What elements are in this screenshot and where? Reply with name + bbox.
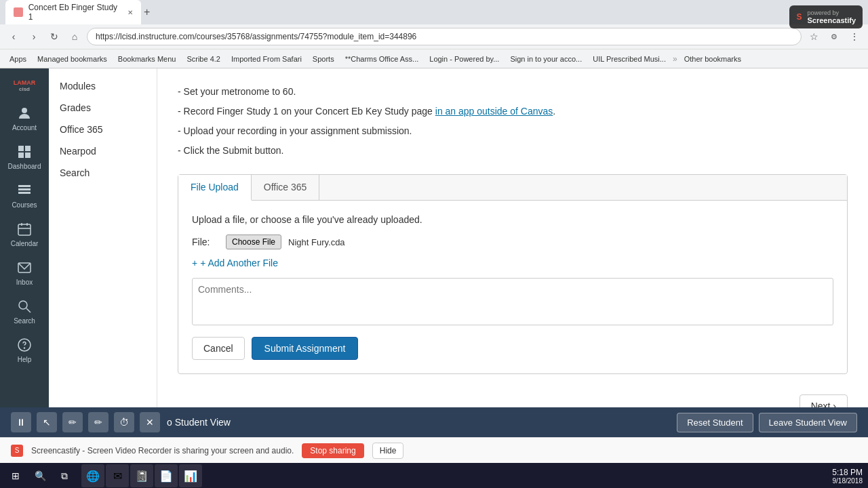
sidebar-item-account[interactable]: Account (3, 100, 46, 136)
bookmark-menu[interactable]: Bookmarks Menu (114, 54, 180, 64)
reload-button[interactable]: ↻ (46, 28, 62, 45)
content-area: - Set your metronome to 60. - Record Fin… (157, 68, 868, 407)
close-tool-button[interactable]: ✕ (140, 412, 160, 432)
taskbar-onenote-icon[interactable]: 📓 (130, 464, 153, 487)
svg-rect-3 (18, 152, 24, 158)
bookmark-apps[interactable]: Apps (5, 54, 31, 64)
browser-nav-bar: ‹ › ↻ ⌂ ☆ ⚙ ⋮ (0, 24, 868, 49)
browser-top-bar: Concert Eb Finger Study 1 ✕ + (0, 0, 868, 24)
taskbar-chrome-icon[interactable]: 🌐 (81, 464, 104, 487)
bookmark-charms[interactable]: **Charms Office Ass... (341, 54, 423, 64)
sidebar-item-dashboard-label: Dashboard (8, 163, 41, 170)
comments-textarea[interactable] (192, 278, 833, 325)
svg-rect-1 (18, 146, 24, 151)
taskbar-word-icon[interactable]: 📄 (155, 464, 178, 487)
menu-button[interactable]: ⋮ (846, 28, 863, 45)
leave-student-view-button[interactable]: Leave Student View (759, 413, 857, 432)
nav-item-office365[interactable]: Office 365 (49, 119, 157, 140)
student-view-bar: ⏸ ↖ ✏ ✏ ⏱ ✕ o Student View Reset Student… (0, 407, 868, 437)
instruction-list: - Set your metronome to 60. - Record Fin… (178, 82, 848, 161)
pause-tool-button[interactable]: ⏸ (11, 412, 31, 432)
bookmark-signin[interactable]: Sign in to your acco... (506, 54, 586, 64)
taskbar-task-view-button[interactable]: ⧉ (54, 466, 75, 486)
screencastify-logo: S (796, 12, 802, 22)
nav-item-grades[interactable]: Grades (49, 97, 157, 119)
svg-point-16 (24, 348, 25, 348)
taskbar-apps: 🌐 ✉ 📓 📄 📊 (81, 464, 202, 487)
sidebar-item-inbox[interactable]: Inbox (3, 254, 46, 290)
svg-rect-4 (25, 152, 31, 158)
svg-point-0 (22, 108, 27, 113)
cursor-tool-button[interactable]: ↖ (37, 412, 57, 432)
student-view-label: o Student View (167, 417, 231, 428)
svg-rect-6 (18, 188, 31, 190)
pen-tool-button[interactable]: ✏ (62, 412, 83, 432)
bookmark-sports[interactable]: Sports (309, 54, 338, 64)
stop-sharing-button[interactable]: Stop sharing (302, 443, 363, 458)
sidebar-item-account-label: Account (12, 124, 37, 131)
home-button[interactable]: ⌂ (66, 28, 83, 45)
extensions-button[interactable]: ⚙ (826, 28, 842, 45)
submit-assignment-button[interactable]: Submit Assignment (252, 337, 359, 360)
browser-tab[interactable]: Concert Eb Finger Study 1 ✕ (5, 0, 141, 24)
bookmark-managed[interactable]: Managed bookmarks (33, 54, 111, 64)
sidebar-item-help[interactable]: Help (3, 331, 46, 367)
reset-student-button[interactable]: Reset Student (677, 413, 753, 432)
tab-close-icon[interactable]: ✕ (127, 9, 133, 16)
sidebar-item-courses[interactable]: Courses (3, 177, 46, 213)
add-file-label: + Add Another File (200, 258, 278, 268)
instruction-4: - Click the Submit button. (178, 141, 848, 161)
upload-tabs: File Upload Office 365 (178, 175, 847, 201)
instruction-1: - Set your metronome to 60. (178, 82, 848, 102)
nav-item-modules[interactable]: Modules (49, 75, 157, 97)
svg-rect-7 (18, 192, 31, 194)
hide-bar-button[interactable]: Hide (372, 443, 404, 459)
sidebar-item-search[interactable]: Search (3, 293, 46, 329)
timer-tool-button[interactable]: ⏱ (114, 412, 134, 432)
choose-file-button[interactable]: Choose File (226, 235, 281, 249)
search-icon (15, 297, 34, 316)
outside-canvas-link[interactable]: in an app outside of Canvas (435, 106, 553, 117)
svg-point-13 (19, 301, 27, 309)
add-file-icon: + (192, 258, 197, 268)
sidebar-item-dashboard[interactable]: Dashboard (3, 138, 46, 174)
forward-button[interactable]: › (26, 28, 42, 45)
bookmark-other[interactable]: Other bookmarks (680, 54, 745, 64)
form-buttons: Cancel Submit Assignment (192, 337, 833, 360)
courses-icon (15, 181, 34, 200)
bookmark-uil[interactable]: UIL Prescribed Musi... (589, 54, 670, 64)
nav-item-nearpod[interactable]: Nearpod (49, 140, 157, 162)
bookmark-imported[interactable]: Imported From Safari (227, 54, 306, 64)
student-view-actions: Reset Student Leave Student View (677, 413, 857, 432)
lamar-logo: LAMAR cisd (8, 75, 41, 97)
next-button[interactable]: Next › (800, 394, 848, 407)
calendar-icon (15, 220, 34, 239)
bookmark-login[interactable]: Login - Powered by... (425, 54, 503, 64)
taskbar-search-button[interactable]: 🔍 (30, 466, 50, 486)
windows-start-button[interactable]: ⊞ (5, 466, 26, 486)
nav-item-search[interactable]: Search (49, 162, 157, 184)
upload-description: Upload a file, or choose a file you've a… (192, 214, 833, 225)
file-name: Night Fury.cda (288, 237, 345, 247)
sidebar-item-courses-label: Courses (12, 201, 37, 209)
taskbar-excel-icon[interactable]: 📊 (179, 464, 202, 487)
tab-file-upload[interactable]: File Upload (178, 175, 252, 201)
bookmark-button[interactable]: ☆ (806, 28, 822, 45)
instruction-2: - Record Finger Study 1 on your Concert … (178, 102, 848, 121)
taskbar-outlook-icon[interactable]: ✉ (106, 464, 129, 487)
bookmark-scribe[interactable]: Scribe 4.2 (182, 54, 224, 64)
new-tab-button[interactable]: + (144, 6, 150, 18)
secondary-nav: Modules Grades Office 365 Nearpod Search (49, 68, 157, 407)
cancel-button[interactable]: Cancel (192, 337, 245, 360)
dashboard-icon (15, 142, 34, 161)
highlighter-tool-button[interactable]: ✏ (88, 412, 108, 432)
back-button[interactable]: ‹ (5, 28, 22, 45)
logo-text: LAMAR (14, 79, 36, 86)
add-another-file-link[interactable]: + + Add Another File (192, 258, 833, 268)
inbox-icon (15, 258, 34, 277)
taskbar-date: 9/18/2018 (832, 477, 863, 485)
tab-office365[interactable]: Office 365 (252, 175, 320, 200)
sidebar-item-calendar[interactable]: Calendar (3, 216, 46, 251)
svg-line-14 (26, 308, 31, 312)
address-bar[interactable] (87, 28, 802, 45)
